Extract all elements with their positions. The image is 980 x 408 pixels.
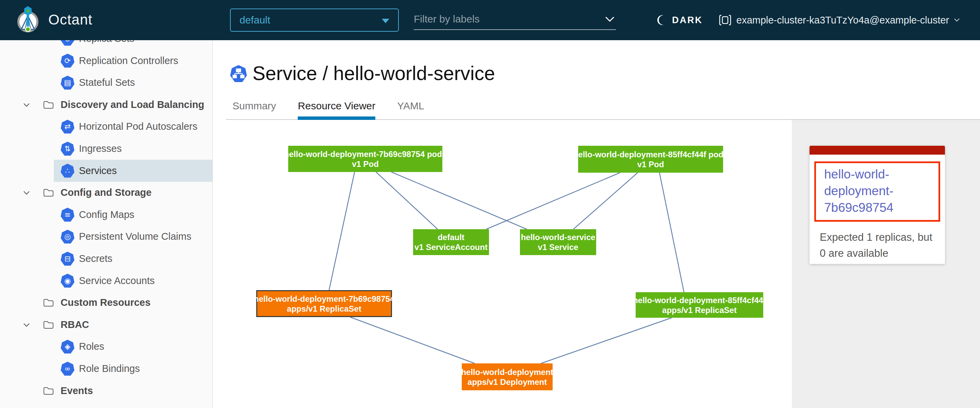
folder-icon <box>43 100 54 110</box>
sidebar-item-label: Discovery and Load Balancing <box>60 94 204 116</box>
roles-icon: ◈ <box>60 339 75 354</box>
page-title: Service / hello-world-service <box>253 62 495 84</box>
node-name: hello-world-deployment-7b69c98754 <box>254 294 395 304</box>
sidebar-item-label: Custom Resources <box>60 292 150 314</box>
sidebar-item-services[interactable]: ∴Services <box>0 160 212 182</box>
chevron-down-icon <box>605 16 614 22</box>
sidebar-item-custom-resources[interactable]: Custom Resources <box>0 292 212 314</box>
sidebar-item-label: Replication Controllers <box>79 50 178 72</box>
sidebar-item-persistent-volume-claims[interactable]: ◎Persistent Volume Claims <box>0 225 212 248</box>
folder-icon <box>43 188 54 198</box>
chevron-down-icon[interactable] <box>22 189 30 198</box>
caret-down-icon <box>382 19 389 23</box>
sidebar-item-events[interactable]: Events <box>0 380 212 402</box>
app-header: Octant default DARK example-cluster-ka3T… <box>0 0 980 40</box>
chevron-down-icon[interactable] <box>22 321 30 330</box>
sidebar-item-label: Config Maps <box>79 204 134 226</box>
folder-icon <box>43 320 54 330</box>
ingresses-icon: ⇅ <box>60 142 75 156</box>
node-kind: v1 Service <box>538 242 579 252</box>
sidebar-item-label: Replica Sets <box>79 40 134 50</box>
alert-box: hello-world-deployment-7b69c98754 <box>814 161 940 222</box>
node-kind: v1 Pod <box>352 159 379 169</box>
theme-toggle[interactable]: DARK <box>655 0 703 40</box>
sidebar-item-replica-sets[interactable]: ⊙Replica Sets <box>0 40 212 50</box>
graph-node-pod-85ff4cf44f[interactable]: hello-world-deployment-85ff4cf44f podsv1… <box>578 146 723 173</box>
service-icon <box>230 65 247 82</box>
sidebar: ⊙Replica Sets⟳Replication Controllers▤St… <box>0 40 213 408</box>
sidebar-item-roles[interactable]: ◈Roles <box>0 335 212 358</box>
graph-edge <box>659 173 684 292</box>
resource-graph: hello-world-deployment-7b69c98754 podsv1… <box>213 113 792 408</box>
sidebar-item-label: Roles <box>79 335 104 358</box>
chevron-down-icon[interactable] <box>22 101 30 110</box>
node-name: hello-world-service <box>521 232 595 242</box>
sidebar-item-label: Ingresses <box>79 138 122 160</box>
sidebar-item-ingresses[interactable]: ⇅Ingresses <box>0 138 212 160</box>
node-kind: apps/v1 Deployment <box>468 377 547 387</box>
sidebar-item-stateful-sets[interactable]: ▤Stateful Sets <box>0 72 212 94</box>
alert-severity-bar <box>810 146 945 155</box>
tab-yaml[interactable]: YAML <box>397 98 424 120</box>
graph-edge <box>573 173 638 229</box>
cluster-selector-label: example-cluster-ka3TuTzYo4a@example-clus… <box>737 14 949 26</box>
role-bindings-icon: ∞ <box>60 362 75 376</box>
sidebar-item-label: Horizontal Pod Autoscalers <box>79 115 197 138</box>
graph-node-pod-7b69c98754[interactable]: hello-world-deployment-7b69c98754 podsv1… <box>288 146 442 172</box>
service-accounts-icon: ◉ <box>60 274 75 288</box>
graph-edge <box>376 172 438 229</box>
resource-link[interactable]: hello-world-deployment-7b69c98754 <box>824 166 935 216</box>
horizontal-pod-autoscalers-icon: ⇄ <box>60 120 75 134</box>
theme-toggle-label: DARK <box>672 15 703 26</box>
sidebar-item-config-and-storage[interactable]: Config and Storage <box>0 182 212 204</box>
octant-logo-icon <box>17 4 39 36</box>
sidebar-item-label: Role Bindings <box>79 358 140 380</box>
node-name: hello-world-deployment-85ff4cf44f <box>633 295 766 305</box>
graph-node-replicaset-85ff4cf44f[interactable]: hello-world-deployment-85ff4cf44fapps/v1… <box>636 292 763 318</box>
tab-resource-viewer[interactable]: Resource Viewer <box>298 98 375 120</box>
label-filter[interactable] <box>414 10 616 30</box>
filter-input[interactable] <box>414 10 600 29</box>
octant-app: Octant default DARK example-cluster-ka3T… <box>0 0 980 408</box>
sidebar-item-secrets[interactable]: ⊟Secrets <box>0 248 212 270</box>
tab-bar: SummaryResource ViewerYAML <box>232 98 424 120</box>
sidebar-item-label: Events <box>60 380 93 402</box>
replica-sets-icon: ⊙ <box>60 40 75 46</box>
alert-card: hello-world-deployment-7b69c98754 Expect… <box>810 146 945 264</box>
graph-node-serviceaccount-default[interactable]: defaultv1 ServiceAccount <box>413 229 489 255</box>
node-kind: v1 ServiceAccount <box>414 242 488 252</box>
node-name: hello-world-deployment <box>461 367 553 377</box>
cluster-selector[interactable]: example-cluster-ka3TuTzYo4a@example-clus… <box>719 0 960 40</box>
node-kind: v1 Pod <box>637 159 664 169</box>
sidebar-item-config-maps[interactable]: ≡Config Maps <box>0 204 212 226</box>
namespace-dropdown[interactable]: default <box>230 8 399 32</box>
sidebar-item-discovery-and-load-balancing[interactable]: Discovery and Load Balancing <box>0 94 212 116</box>
node-name: hello-world-deployment-7b69c98754 pods <box>284 149 447 159</box>
graph-node-replicaset-7b69c98754[interactable]: hello-world-deployment-7b69c98754apps/v1… <box>256 290 392 317</box>
app-title: Octant <box>48 0 92 40</box>
sidebar-item-label: RBAC <box>60 314 89 336</box>
sidebar-item-service-accounts[interactable]: ◉Service Accounts <box>0 270 212 292</box>
graph-node-service-hello-world[interactable]: hello-world-servicev1 Service <box>520 229 596 255</box>
config-maps-icon: ≡ <box>60 208 75 222</box>
node-name: hello-world-deployment-85ff4cf44f pods <box>573 150 728 159</box>
moon-icon <box>655 14 667 26</box>
sidebar-item-rbac[interactable]: RBAC <box>0 314 212 336</box>
node-kind: apps/v1 ReplicaSet <box>662 305 737 315</box>
sidebar-item-label: Services <box>79 160 117 182</box>
tab-summary[interactable]: Summary <box>232 98 276 120</box>
node-kind: apps/v1 ReplicaSet <box>287 304 361 314</box>
sidebar-item-role-bindings[interactable]: ∞Role Bindings <box>0 358 212 380</box>
stateful-sets-icon: ▤ <box>60 76 75 89</box>
sidebar-item-horizontal-pod-autoscalers[interactable]: ⇄Horizontal Pod Autoscalers <box>0 115 212 138</box>
selected-highlight <box>54 160 212 182</box>
cluster-icon <box>719 14 732 27</box>
sidebar-item-replication-controllers[interactable]: ⟳Replication Controllers <box>0 50 212 72</box>
sidebar-item-label: Config and Storage <box>60 182 151 204</box>
secrets-icon: ⊟ <box>60 252 75 266</box>
sidebar-item-label: Stateful Sets <box>79 72 135 94</box>
persistent-volume-claims-icon: ◎ <box>60 230 75 244</box>
folder-icon <box>43 298 54 308</box>
folder-icon <box>43 387 54 397</box>
graph-node-deployment-hello-world[interactable]: hello-world-deploymentapps/v1 Deployment <box>462 363 553 390</box>
